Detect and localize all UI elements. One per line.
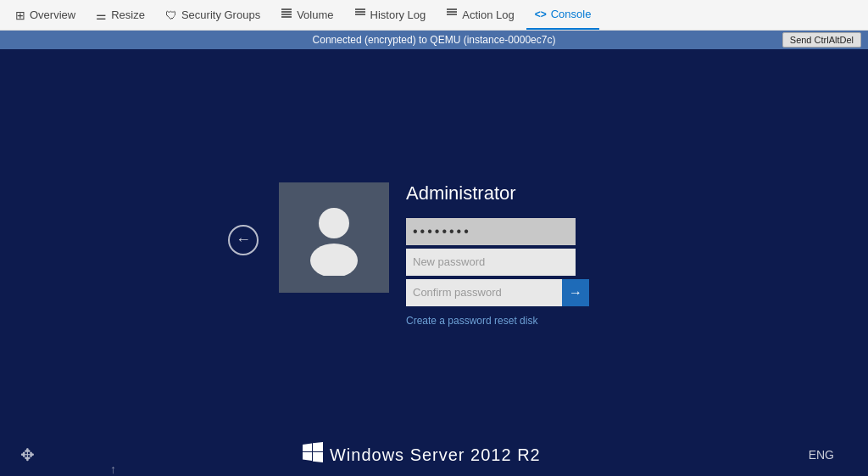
back-arrow-icon: ← (236, 231, 251, 249)
nav-label-volume: Volume (297, 8, 333, 21)
nav-label-security-groups: Security Groups (181, 8, 260, 21)
svg-rect-5 (355, 11, 365, 13)
svg-marker-15 (313, 452, 323, 462)
mouse-cursor: ↑ (110, 462, 116, 476)
new-password-field (406, 249, 576, 276)
history-log-icon (354, 8, 366, 22)
svg-rect-0 (281, 8, 292, 10)
console-status-bar: Connected (encrypted) to QEMU (instance-… (0, 31, 868, 49)
console-icon: <> (535, 8, 547, 20)
svg-point-11 (310, 244, 358, 276)
action-log-icon (446, 8, 458, 22)
confirm-password-input[interactable] (406, 279, 562, 306)
volume-icon (281, 8, 292, 22)
resize-icon: ⚌ (96, 8, 107, 22)
security-groups-icon: 🛡 (165, 8, 177, 22)
windows-login-screen: ← Administrator (0, 49, 868, 476)
submit-arrow-icon: → (569, 285, 582, 300)
ease-of-access-icon[interactable]: ✥ (20, 445, 35, 465)
nav-item-volume[interactable]: Volume (272, 0, 342, 30)
svg-marker-13 (313, 442, 323, 451)
bottom-bar: ✥ Windows Server 2012 R2 ENG (0, 434, 854, 476)
nav-label-overview: Overview (30, 8, 75, 21)
svg-marker-12 (303, 444, 312, 452)
nav-item-console[interactable]: <> Console (526, 0, 600, 30)
svg-rect-7 (447, 8, 457, 10)
svg-rect-9 (447, 14, 457, 15)
nav-item-history-log[interactable]: History Log (346, 0, 435, 30)
nav-label-history-log: History Log (370, 8, 426, 21)
svg-rect-1 (281, 11, 292, 13)
current-password-input[interactable] (406, 218, 576, 245)
new-password-input[interactable] (406, 249, 576, 276)
nav-item-resize[interactable]: ⚌ Resize (87, 0, 153, 30)
console-screen: ← Administrator (0, 49, 868, 476)
console-wrapper: Connected (encrypted) to QEMU (instance-… (0, 31, 868, 476)
overview-icon: ⊞ (15, 8, 25, 22)
svg-rect-8 (447, 11, 457, 13)
avatar-svg (300, 199, 368, 276)
nav-label-action-log: Action Log (462, 8, 514, 21)
svg-marker-14 (303, 452, 312, 461)
username-label: Administrator (406, 182, 576, 204)
confirm-submit-button[interactable]: → (562, 279, 589, 306)
nav-item-overview[interactable]: ⊞ Overview (7, 0, 84, 30)
console-status-text: Connected (encrypted) to QEMU (instance-… (313, 34, 556, 46)
windows-logo-svg (303, 442, 323, 462)
nav-label-resize: Resize (111, 8, 145, 21)
send-ctrl-alt-del-button[interactable]: Send CtrlAltDel (782, 32, 861, 48)
confirm-password-field: → (406, 279, 576, 306)
svg-point-10 (319, 208, 349, 238)
nav-label-console: Console (551, 8, 592, 20)
language-indicator: ENG (809, 448, 834, 462)
nav-bar: ⊞ Overview ⚌ Resize 🛡 Security Groups Vo… (0, 0, 868, 31)
windows-logo-icon (303, 442, 323, 468)
svg-rect-6 (355, 14, 365, 15)
user-avatar (279, 182, 389, 293)
svg-rect-3 (281, 16, 292, 18)
os-logo: Windows Server 2012 R2 (303, 442, 541, 468)
svg-rect-2 (281, 14, 292, 15)
nav-item-action-log[interactable]: Action Log (437, 0, 522, 30)
back-button[interactable]: ← (228, 225, 259, 255)
login-form: Administrator → (389, 182, 576, 327)
nav-item-security-groups[interactable]: 🛡 Security Groups (157, 0, 269, 30)
login-container: ← Administrator (279, 182, 576, 327)
current-password-field (406, 218, 576, 245)
password-reset-link[interactable]: Create a password reset disk (406, 315, 576, 327)
svg-rect-4 (355, 8, 365, 10)
os-name-label: Windows Server 2012 R2 (330, 445, 541, 465)
